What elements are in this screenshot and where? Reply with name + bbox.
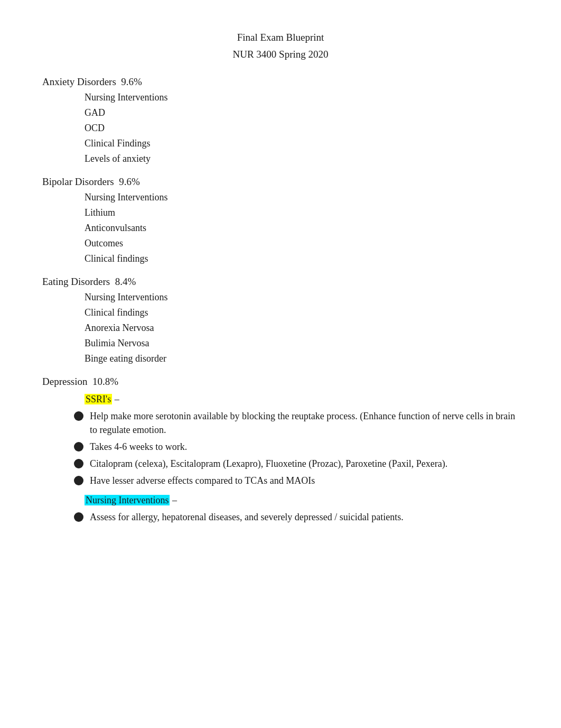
ssri-label: SSRI's xyxy=(85,394,112,404)
bipolar-nursing-interventions: Nursing Interventions xyxy=(85,192,519,203)
eating-binge: Binge eating disorder xyxy=(85,353,519,364)
page-title: Final Exam Blueprint xyxy=(42,32,519,43)
anxiety-disorders-header: Anxiety Disorders 9.6% xyxy=(42,76,519,88)
eating-disorders-header: Eating Disorders 8.4% xyxy=(42,276,519,288)
ssri-bullet-text-1: Help make more serotonin available by bl… xyxy=(90,409,519,437)
bullet-dot xyxy=(74,459,83,468)
nursing-bullet-list: Assess for allergy, hepatorenal diseases… xyxy=(74,510,519,524)
anxiety-levels: Levels of anxiety xyxy=(85,153,519,164)
nursing-interventions-label: Nursing Interventions xyxy=(85,495,170,505)
bullet-dot xyxy=(74,442,83,451)
anxiety-nursing-interventions: Nursing Interventions xyxy=(85,92,519,103)
bullet-dot xyxy=(74,512,83,522)
ssri-bullet-4: Have lesser adverse effects compared to … xyxy=(74,474,519,487)
ssri-bullet-text-3: Citalopram (celexa), Escitalopram (Lexap… xyxy=(90,457,519,471)
bipolar-disorders-header: Bipolar Disorders 9.6% xyxy=(42,176,519,188)
bipolar-clinical-findings: Clinical findings xyxy=(85,253,519,264)
anxiety-clinical-findings: Clinical Findings xyxy=(85,138,519,149)
ssri-bullet-3: Citalopram (celexa), Escitalopram (Lexap… xyxy=(74,457,519,471)
depression-nursing-interventions-header: Nursing Interventions – xyxy=(85,495,519,506)
anxiety-ocd: OCD xyxy=(85,123,519,134)
page-header: Final Exam Blueprint NUR 3400 Spring 202… xyxy=(42,32,519,60)
bullet-dot xyxy=(74,411,83,421)
ssri-bullet-text-2: Takes 4-6 weeks to work. xyxy=(90,440,519,454)
eating-anorexia: Anorexia Nervosa xyxy=(85,322,519,334)
ssri-bullet-text-4: Have lesser adverse effects compared to … xyxy=(90,474,519,487)
ssri-bullet-2: Takes 4-6 weeks to work. xyxy=(74,440,519,454)
eating-nursing-interventions: Nursing Interventions xyxy=(85,292,519,303)
bipolar-anticonvulsants: Anticonvulsants xyxy=(85,223,519,234)
eating-bulimia: Bulimia Nervosa xyxy=(85,338,519,349)
page-subtitle: NUR 3400 Spring 2020 xyxy=(42,49,519,60)
bullet-dot xyxy=(74,476,83,485)
eating-clinical-findings: Clinical findings xyxy=(85,307,519,318)
bipolar-outcomes: Outcomes xyxy=(85,238,519,249)
anxiety-gad: GAD xyxy=(85,107,519,118)
ssri-bullet-list: Help make more serotonin available by bl… xyxy=(74,409,519,487)
ssri-header: SSRI's – xyxy=(85,394,519,405)
bipolar-lithium: Lithium xyxy=(85,207,519,218)
ssri-bullet-1: Help make more serotonin available by bl… xyxy=(74,409,519,437)
nursing-bullet-1: Assess for allergy, hepatorenal diseases… xyxy=(74,510,519,524)
depression-header: Depression 10.8% xyxy=(42,376,519,388)
nursing-bullet-text-1: Assess for allergy, hepatorenal diseases… xyxy=(90,510,519,524)
